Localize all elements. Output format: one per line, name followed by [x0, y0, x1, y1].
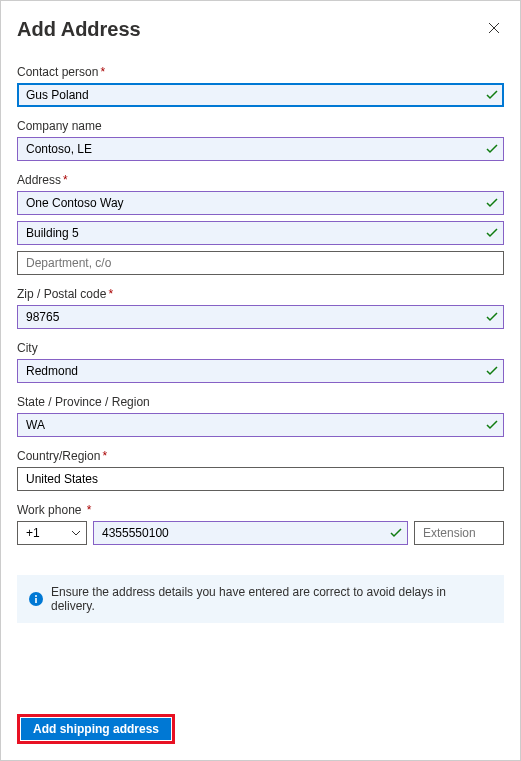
close-button[interactable] — [484, 17, 504, 41]
state-input[interactable] — [17, 413, 504, 437]
address-line2-input[interactable] — [17, 221, 504, 245]
info-banner: Ensure the address details you have ente… — [17, 575, 504, 623]
svg-rect-2 — [35, 598, 37, 603]
country-input[interactable] — [17, 467, 504, 491]
work-phone-label: Work phone * — [17, 503, 504, 517]
company-name-label: Company name — [17, 119, 504, 133]
address-label: Address* — [17, 173, 504, 187]
phone-prefix-select[interactable] — [17, 521, 87, 545]
country-label: Country/Region* — [17, 449, 504, 463]
phone-number-input[interactable] — [93, 521, 408, 545]
contact-person-input[interactable] — [17, 83, 504, 107]
address-line1-input[interactable] — [17, 191, 504, 215]
phone-extension-input[interactable] — [414, 521, 504, 545]
company-name-input[interactable] — [17, 137, 504, 161]
contact-person-label: Contact person* — [17, 65, 504, 79]
info-message: Ensure the address details you have ente… — [51, 585, 492, 613]
add-shipping-address-button[interactable]: Add shipping address — [21, 718, 171, 740]
close-icon — [488, 22, 500, 34]
state-label: State / Province / Region — [17, 395, 504, 409]
postal-code-label: Zip / Postal code* — [17, 287, 504, 301]
city-label: City — [17, 341, 504, 355]
submit-highlight: Add shipping address — [17, 714, 175, 744]
postal-code-input[interactable] — [17, 305, 504, 329]
address-line3-input[interactable] — [17, 251, 504, 275]
svg-point-1 — [35, 595, 37, 597]
page-title: Add Address — [17, 18, 141, 41]
info-icon — [29, 592, 43, 606]
city-input[interactable] — [17, 359, 504, 383]
